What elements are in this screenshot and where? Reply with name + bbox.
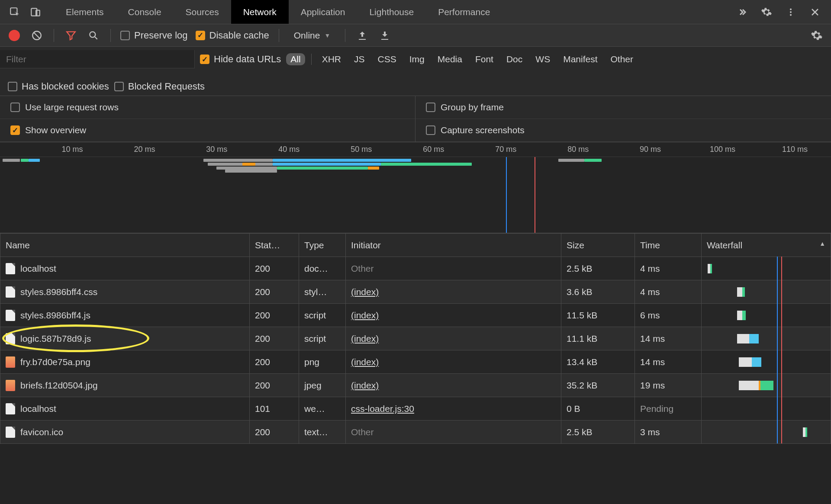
- type-filter-manifest[interactable]: Manifest: [559, 53, 602, 65]
- network-overview-timeline[interactable]: 10 ms20 ms30 ms40 ms50 ms60 ms70 ms80 ms…: [0, 142, 831, 233]
- col-header-time[interactable]: Time: [635, 234, 702, 257]
- type-filter-ws[interactable]: WS: [531, 53, 554, 65]
- request-name: localhost: [20, 263, 56, 274]
- record-button[interactable]: [7, 28, 22, 43]
- filter-funnel-icon[interactable]: [64, 28, 78, 43]
- timeline-tick: 70 ms: [495, 145, 516, 154]
- col-header-name[interactable]: Name: [0, 234, 250, 257]
- request-size: 3.6 kB: [561, 280, 635, 304]
- type-filter-js[interactable]: JS: [350, 53, 369, 65]
- request-time: 19 ms: [635, 374, 702, 397]
- disable-cache-label: Disable cache: [209, 30, 269, 41]
- throttling-value: Online: [294, 30, 320, 41]
- request-row[interactable]: briefs.f12d0504.jpg200jpeg(index)35.2 kB…: [0, 374, 831, 397]
- type-filter-css[interactable]: CSS: [374, 53, 401, 65]
- request-name: briefs.f12d0504.jpg: [20, 380, 98, 391]
- inspect-element-icon[interactable]: [4, 2, 25, 22]
- request-time: 3 ms: [635, 421, 702, 444]
- file-icon: [6, 286, 15, 298]
- throttling-dropdown[interactable]: Online ▼: [289, 29, 336, 42]
- timeline-tick: 100 ms: [710, 145, 735, 154]
- tab-lighthouse[interactable]: Lighthouse: [357, 0, 426, 24]
- type-filter-doc[interactable]: Doc: [502, 53, 527, 65]
- request-name: fry.b7d0e75a.png: [20, 357, 90, 367]
- more-tabs-icon[interactable]: [733, 3, 751, 21]
- request-row[interactable]: fry.b7d0e75a.png200png(index)13.4 kB14 m…: [0, 350, 831, 374]
- disable-cache-checkbox[interactable]: Disable cache: [196, 30, 269, 41]
- svg-point-7: [90, 32, 95, 37]
- group-by-frame-checkbox[interactable]: Group by frame: [416, 96, 831, 119]
- request-initiator: Other: [346, 421, 561, 444]
- request-waterfall: [702, 421, 831, 444]
- request-row[interactable]: localhost200doc…Other2.5 kB4 ms: [0, 257, 831, 280]
- network-toolbar: Preserve log Disable cache Online ▼: [0, 24, 831, 47]
- request-size: 35.2 kB: [561, 374, 635, 397]
- tab-network[interactable]: Network: [231, 0, 289, 24]
- request-status: 200: [250, 374, 299, 397]
- tab-console[interactable]: Console: [116, 0, 174, 24]
- tab-performance[interactable]: Performance: [426, 0, 502, 24]
- request-initiator[interactable]: (index): [346, 327, 561, 350]
- request-waterfall: [702, 327, 831, 350]
- upload-har-icon[interactable]: [355, 28, 370, 43]
- request-row[interactable]: styles.8986bff4.js200script(index)11.5 k…: [0, 304, 831, 327]
- timeline-tick: 50 ms: [351, 145, 372, 154]
- col-header-type[interactable]: Type: [299, 234, 346, 257]
- device-toolbar-icon[interactable]: [25, 2, 46, 22]
- request-initiator: Other: [346, 257, 561, 280]
- type-filter-other[interactable]: Other: [606, 53, 638, 65]
- file-icon: [6, 356, 15, 368]
- close-devtools-icon[interactable]: [806, 3, 824, 21]
- has-blocked-cookies-label: Has blocked cookies: [22, 81, 109, 92]
- network-settings-gear-icon[interactable]: [809, 28, 824, 43]
- chevron-down-icon: ▼: [324, 32, 330, 39]
- request-status: 200: [250, 421, 299, 444]
- hide-data-urls-checkbox[interactable]: Hide data URLs: [200, 54, 281, 65]
- request-size: 0 B: [561, 397, 635, 421]
- filter-input[interactable]: [0, 50, 195, 68]
- type-filter-media[interactable]: Media: [433, 53, 467, 65]
- clear-icon[interactable]: [29, 28, 44, 43]
- settings-gear-icon[interactable]: [757, 3, 776, 21]
- type-filter-img[interactable]: Img: [405, 53, 429, 65]
- tab-elements[interactable]: Elements: [54, 0, 116, 24]
- large-rows-checkbox[interactable]: Use large request rows: [0, 96, 416, 119]
- kebab-menu-icon[interactable]: [782, 3, 800, 21]
- request-name: styles.8986bff4.js: [20, 310, 90, 321]
- show-overview-checkbox[interactable]: Show overview: [0, 119, 416, 142]
- type-filter-font[interactable]: Font: [471, 53, 498, 65]
- tab-sources[interactable]: Sources: [174, 0, 231, 24]
- request-initiator[interactable]: (index): [346, 374, 561, 397]
- network-filter-bar: Hide data URLs AllXHRJSCSSImgMediaFontDo…: [0, 47, 831, 96]
- col-header-size[interactable]: Size: [561, 234, 635, 257]
- search-icon[interactable]: [86, 28, 101, 43]
- col-header-waterfall[interactable]: Waterfall ▲: [702, 234, 831, 257]
- request-initiator[interactable]: (index): [346, 350, 561, 374]
- timeline-tick: 60 ms: [423, 145, 444, 154]
- request-initiator[interactable]: (index): [346, 304, 561, 327]
- resource-type-filters: AllXHRJSCSSImgMediaFontDocWSManifestOthe…: [286, 53, 638, 65]
- blocked-requests-checkbox[interactable]: Blocked Requests: [114, 81, 205, 92]
- timeline-tick: 90 ms: [640, 145, 661, 154]
- request-waterfall: [702, 280, 831, 304]
- request-type: we…: [299, 397, 346, 421]
- col-header-status[interactable]: Stat…: [250, 234, 299, 257]
- request-row[interactable]: localhost101we…css-loader.js:300 BPendin…: [0, 397, 831, 421]
- col-header-initiator[interactable]: Initiator: [346, 234, 561, 257]
- download-har-icon[interactable]: [377, 28, 392, 43]
- request-row[interactable]: styles.8986bff4.css200styl…(index)3.6 kB…: [0, 280, 831, 304]
- request-size: 2.5 kB: [561, 421, 635, 444]
- request-waterfall: [702, 374, 831, 397]
- tab-application[interactable]: Application: [289, 0, 358, 24]
- type-filter-xhr[interactable]: XHR: [318, 53, 345, 65]
- preserve-log-checkbox[interactable]: Preserve log: [120, 30, 188, 41]
- type-filter-all[interactable]: All: [286, 53, 305, 65]
- request-initiator[interactable]: css-loader.js:30: [346, 397, 561, 421]
- capture-screenshots-checkbox[interactable]: Capture screenshots: [416, 119, 831, 142]
- request-time: 4 ms: [635, 280, 702, 304]
- has-blocked-cookies-checkbox[interactable]: Has blocked cookies: [8, 81, 109, 92]
- request-name: styles.8986bff4.css: [20, 287, 97, 297]
- request-row[interactable]: logic.587b78d9.js200script(index)11.1 kB…: [0, 327, 831, 350]
- request-initiator[interactable]: (index): [346, 280, 561, 304]
- request-row[interactable]: favicon.ico200text…Other2.5 kB3 ms: [0, 421, 831, 444]
